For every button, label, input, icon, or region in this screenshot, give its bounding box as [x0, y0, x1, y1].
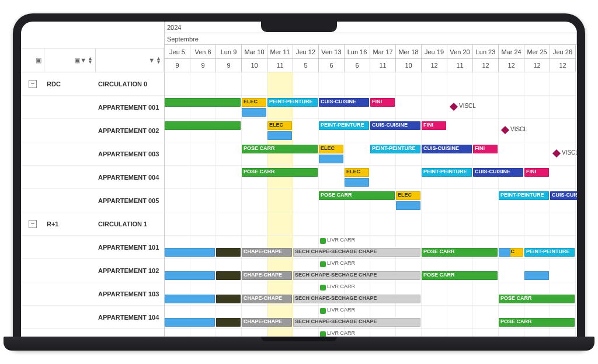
task-bar[interactable]: FINI — [370, 98, 395, 107]
task-bar[interactable]: CHAPE-CHAPE — [242, 248, 292, 257]
task-bar[interactable] — [216, 318, 241, 327]
milestone-diamond[interactable] — [450, 103, 458, 111]
task-bar[interactable]: POSE CARR — [422, 271, 498, 280]
task-bar[interactable]: CUIS-CUISINE — [550, 191, 577, 200]
task-bar[interactable] — [524, 271, 549, 280]
marker-square[interactable] — [320, 331, 326, 337]
task-bar[interactable] — [216, 295, 241, 303]
task-bar[interactable]: CUIS-CUISINE — [473, 168, 523, 177]
tree-row[interactable]: APPARTEMENT 002 — [21, 119, 164, 142]
task-bar[interactable]: POSE CARR — [242, 168, 318, 177]
day-column-header[interactable]: Jeu 2612 — [550, 45, 576, 72]
task-bar[interactable] — [165, 98, 241, 107]
task-bar[interactable] — [165, 248, 215, 257]
day-column-header[interactable]: Mar 1711 — [370, 45, 396, 72]
task-bar[interactable]: FINI — [473, 145, 498, 153]
collapse-toggle[interactable]: − — [29, 220, 37, 228]
tree-row[interactable]: APPARTEMENT 105 — [21, 329, 164, 337]
task-bar[interactable] — [242, 108, 266, 117]
day-column-header[interactable]: Lun 166 — [345, 45, 370, 72]
task-bar[interactable] — [165, 295, 215, 303]
task-bar[interactable]: FINI — [524, 168, 549, 177]
day-column-header[interactable]: Ven 2011 — [447, 45, 473, 72]
day-column-header[interactable]: Jeu 125 — [293, 45, 319, 72]
task-bar[interactable]: PEINT-PEINTURE — [499, 191, 549, 200]
day-column-header[interactable]: Jeu 59 — [165, 45, 190, 72]
tree-row[interactable]: −RDCCIRCULATION 0 — [21, 72, 164, 96]
task-bar[interactable]: SECH CHAPE-SECHAGE CHAPE — [293, 271, 420, 280]
task-bar[interactable]: ELEC — [242, 98, 266, 107]
task-bar[interactable]: CHAPE-CHAPE — [242, 271, 292, 280]
task-bar[interactable] — [216, 248, 241, 257]
task-bar[interactable]: ELEC — [396, 191, 420, 200]
task-bar[interactable]: CUIS-CUISINE — [422, 145, 472, 153]
tree-row[interactable]: −R+1CIRCULATION 1 — [21, 212, 164, 236]
task-bar[interactable]: POSE CARR — [499, 318, 575, 327]
task-bar[interactable]: CUIS-CUISINE — [319, 98, 369, 107]
tree-row[interactable]: APPARTEMENT 101 — [21, 236, 164, 259]
sort-icon[interactable]: ▲▼ — [156, 57, 161, 64]
task-bar[interactable]: SECH CHAPE-SECHAGE CHAPE — [293, 248, 420, 257]
day-column-header[interactable]: Ven 69 — [190, 45, 216, 72]
day-column-header[interactable]: Mer 2512 — [524, 45, 550, 72]
task-bar[interactable] — [165, 318, 215, 327]
tree-row[interactable]: APPARTEMENT 005 — [21, 189, 164, 212]
day-column-header[interactable]: Mar 1010 — [242, 45, 267, 72]
task-bar[interactable]: POSE CARR — [242, 145, 318, 153]
task-bar[interactable]: PEINT-PEINTURE — [319, 121, 369, 130]
tree-row[interactable]: APPARTEMENT 104 — [21, 306, 164, 329]
day-column-header[interactable]: Lun 2312 — [473, 45, 499, 72]
task-bar[interactable]: POSE CARR — [422, 248, 498, 257]
task-bar[interactable] — [396, 201, 420, 210]
day-column-header[interactable]: Ven 136 — [319, 45, 345, 72]
day-column-header[interactable]: Jeu 1912 — [422, 45, 447, 72]
day-column-header[interactable]: Lun 99 — [216, 45, 242, 72]
tree-row[interactable]: APPARTEMENT 001 — [21, 96, 164, 119]
day-column-header[interactable]: Mar 2412 — [499, 45, 524, 72]
tree-header-col3[interactable]: ▼ ▲▼ — [96, 48, 164, 72]
task-bar[interactable]: CHAPE-CHAPE — [242, 295, 292, 303]
row-label: APPARTEMENT 102 — [96, 267, 164, 274]
collapse-toggle[interactable]: − — [29, 80, 37, 88]
tree-row[interactable]: APPARTEMENT 102 — [21, 259, 164, 282]
task-bar[interactable]: POSE CARR — [499, 295, 575, 303]
task-bar[interactable]: PEINT-PEINTURE — [370, 145, 420, 153]
task-bar[interactable] — [319, 155, 343, 163]
grid-area[interactable]: ELECPEINT-PEINTURECUIS-CUISINEFINIVISCLE… — [165, 72, 577, 337]
task-bar[interactable]: ELEC — [319, 145, 343, 153]
collapse-all-icon[interactable]: ▣ — [36, 57, 41, 64]
marker-square[interactable] — [320, 238, 326, 244]
tree-row[interactable]: APPARTEMENT 003 — [21, 142, 164, 166]
day-column-header[interactable]: Mer 1810 — [396, 45, 422, 72]
milestone-diamond[interactable] — [552, 149, 561, 158]
milestone-diamond[interactable] — [501, 126, 509, 134]
task-bar[interactable] — [267, 131, 292, 140]
task-bar[interactable]: SECH CHAPE-SECHAGE CHAPE — [293, 295, 420, 303]
filter-icon[interactable]: ▼ — [148, 57, 155, 64]
task-bar[interactable]: ELEC — [345, 168, 369, 177]
marker-square[interactable] — [320, 261, 326, 267]
task-bar[interactable] — [165, 271, 215, 280]
task-bar[interactable]: CHAPE-CHAPE — [242, 318, 292, 327]
task-bar[interactable] — [345, 178, 369, 187]
task-bar[interactable]: POSE CARR — [319, 191, 395, 200]
tree-row[interactable]: APPARTEMENT 103 — [21, 282, 164, 306]
tree-header-col2[interactable]: ▣▼ ▲▼ — [44, 48, 96, 72]
task-bar[interactable]: ELEC — [267, 121, 292, 130]
task-bar[interactable]: PEINT-PEINTURE — [524, 248, 575, 257]
filter-icon[interactable]: ▣▼ — [74, 57, 86, 64]
task-bar[interactable] — [499, 248, 510, 257]
sort-icon[interactable]: ▲▼ — [88, 57, 93, 64]
marker-square[interactable] — [320, 308, 326, 314]
task-bar[interactable]: SECH CHAPE-SECHAGE CHAPE — [293, 318, 420, 327]
tree-row[interactable]: APPARTEMENT 004 — [21, 166, 164, 189]
task-bar[interactable]: PEINT-PEINTURE — [422, 168, 472, 177]
task-bar[interactable]: CUIS-CUISINE — [370, 121, 420, 130]
task-bar[interactable] — [216, 271, 241, 280]
task-bar[interactable]: PEINT-PEINTURE — [267, 98, 318, 107]
task-bar[interactable]: FINI — [422, 121, 446, 130]
tree-header-col1[interactable]: ▣ — [21, 48, 44, 72]
marker-square[interactable] — [320, 285, 326, 290]
task-bar[interactable] — [165, 121, 241, 130]
day-column-header[interactable]: Mer 1111 — [267, 45, 293, 72]
